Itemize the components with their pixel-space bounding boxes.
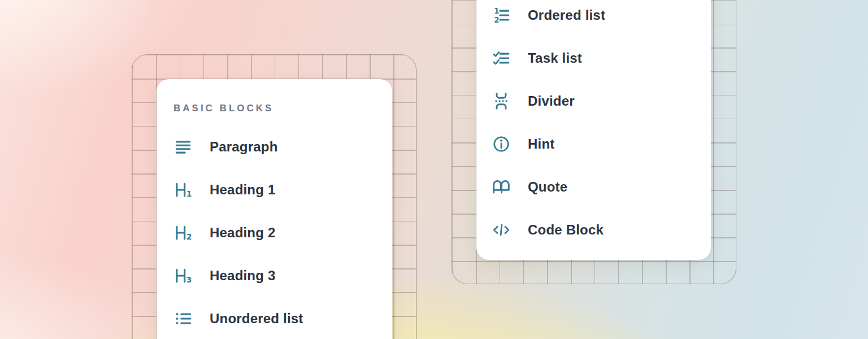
more-blocks-item-list: 12Ordered listTask listDividerHintQuoteC… <box>492 0 711 251</box>
menu-item-label: Hint <box>528 136 554 152</box>
heading-1-icon: 1 <box>173 180 193 199</box>
background-gradient: BASIC BLOCKS Paragraph1Heading 12Heading… <box>0 0 868 339</box>
menu-item-hint[interactable]: Hint <box>492 123 711 166</box>
menu-item-code-block[interactable]: Code Block <box>492 208 711 251</box>
menu-item-task-list[interactable]: Task list <box>492 37 711 80</box>
menu-item-label: Heading 3 <box>210 268 276 284</box>
svg-text:2: 2 <box>494 16 499 24</box>
menu-item-label: Heading 1 <box>210 182 276 198</box>
menu-item-label: Heading 2 <box>210 225 276 241</box>
svg-text:1: 1 <box>186 189 192 198</box>
menu-item-unordered-list[interactable]: Unordered list <box>173 297 392 339</box>
menu-item-heading-2[interactable]: 2Heading 2 <box>173 211 392 254</box>
paragraph-icon <box>173 137 193 157</box>
heading-3-icon: 3 <box>173 266 193 285</box>
menu-item-divider[interactable]: Divider <box>492 80 711 123</box>
menu-item-label: Ordered list <box>528 7 605 23</box>
menu-item-label: Task list <box>528 50 582 66</box>
menu-item-label: Paragraph <box>210 139 278 155</box>
menu-item-quote[interactable]: Quote <box>492 166 711 208</box>
menu-item-heading-1[interactable]: 1Heading 1 <box>173 168 392 211</box>
more-blocks-menu-panel: 12Ordered listTask listDividerHintQuoteC… <box>476 0 711 260</box>
menu-item-label: Quote <box>528 179 567 195</box>
menu-item-heading-3[interactable]: 3Heading 3 <box>173 254 392 297</box>
basic-blocks-item-list: Paragraph1Heading 12Heading 23Heading 3U… <box>173 125 392 339</box>
divider-icon <box>492 92 511 111</box>
menu-item-label: Divider <box>528 93 575 109</box>
svg-text:3: 3 <box>186 275 192 284</box>
menu-item-label: Code Block <box>528 222 604 238</box>
ordered-list-icon: 12 <box>492 6 511 25</box>
quote-icon <box>492 177 511 197</box>
svg-text:2: 2 <box>186 232 192 241</box>
task-list-icon <box>492 49 511 68</box>
hint-icon <box>492 134 511 154</box>
svg-text:1: 1 <box>494 7 499 15</box>
unordered-list-icon <box>173 309 193 328</box>
menu-item-ordered-list[interactable]: 12Ordered list <box>492 0 711 37</box>
menu-item-paragraph[interactable]: Paragraph <box>173 125 392 168</box>
code-block-icon <box>492 220 511 240</box>
menu-item-label: Unordered list <box>210 311 303 327</box>
section-label-basic-blocks: BASIC BLOCKS <box>173 102 392 115</box>
basic-blocks-menu-panel: BASIC BLOCKS Paragraph1Heading 12Heading… <box>157 79 392 339</box>
heading-2-icon: 2 <box>173 223 193 242</box>
